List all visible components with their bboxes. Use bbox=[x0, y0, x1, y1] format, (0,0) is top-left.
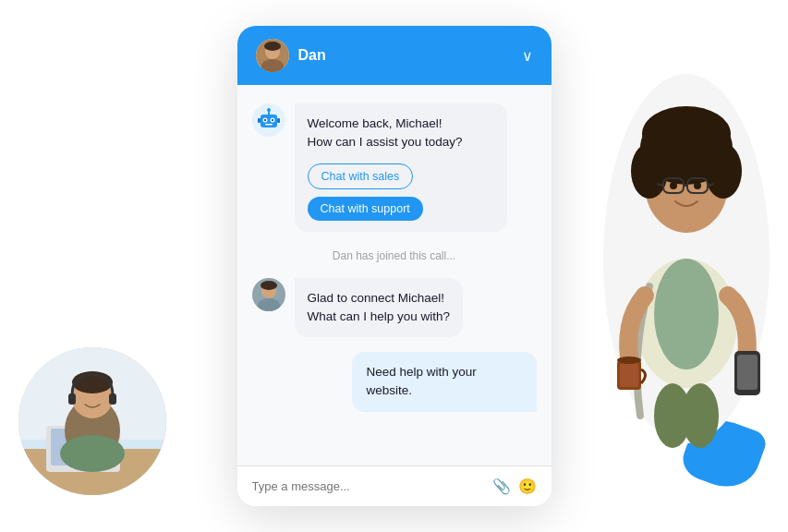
svg-rect-22 bbox=[265, 124, 273, 126]
chevron-down-icon[interactable]: ∨ bbox=[522, 47, 533, 65]
chat-input-area: 📎 🙂 bbox=[237, 466, 552, 506]
svg-point-17 bbox=[267, 108, 271, 112]
chat-window: Dan ∨ bbox=[237, 26, 552, 506]
scene: Dan ∨ bbox=[0, 0, 788, 532]
svg-rect-9 bbox=[109, 393, 116, 405]
system-message: Dan has joined this call... bbox=[252, 247, 537, 263]
svg-point-31 bbox=[654, 259, 719, 369]
svg-rect-48 bbox=[620, 363, 638, 387]
chat-header-left: Dan bbox=[256, 39, 326, 72]
left-person-image bbox=[18, 347, 166, 495]
agent-message-text: Glad to connect Michael! What can I help… bbox=[308, 289, 451, 327]
svg-rect-24 bbox=[277, 118, 280, 123]
chat-with-sales-button[interactable]: Chat with sales bbox=[308, 163, 414, 189]
bot-avatar bbox=[252, 103, 285, 137]
user-message-text: Need help with your website. bbox=[367, 363, 522, 401]
svg-point-44 bbox=[694, 182, 701, 189]
svg-point-28 bbox=[261, 281, 277, 290]
user-bubble: Need help with your website. bbox=[352, 352, 537, 412]
bot-message-row: Welcome back, Michael! How can I assist … bbox=[252, 103, 537, 232]
user-message-row: Need help with your website. bbox=[252, 352, 537, 412]
svg-point-20 bbox=[263, 119, 265, 121]
svg-point-49 bbox=[617, 357, 641, 364]
system-message-text: Dan has joined this call... bbox=[333, 249, 455, 262]
bot-greeting-text: Welcome back, Michael! How can I assist … bbox=[308, 115, 494, 152]
svg-rect-8 bbox=[68, 393, 76, 405]
svg-point-51 bbox=[682, 383, 719, 448]
agent-name: Dan bbox=[298, 47, 326, 64]
svg-point-21 bbox=[271, 119, 273, 121]
chat-with-support-button[interactable]: Chat with support bbox=[308, 197, 423, 221]
svg-rect-46 bbox=[737, 355, 758, 390]
svg-point-10 bbox=[60, 435, 125, 472]
agent-avatar bbox=[252, 278, 285, 311]
svg-rect-23 bbox=[258, 118, 261, 123]
svg-point-43 bbox=[670, 182, 677, 189]
svg-point-14 bbox=[264, 42, 281, 51]
chat-option-buttons: Chat with sales Chat with support bbox=[308, 163, 494, 221]
message-input[interactable] bbox=[252, 479, 483, 493]
agent-message-row: Glad to connect Michael! What can I help… bbox=[252, 278, 537, 338]
chat-body: Welcome back, Michael! How can I assist … bbox=[237, 85, 552, 466]
emoji-icon[interactable]: 🙂 bbox=[518, 478, 537, 495]
svg-rect-15 bbox=[261, 115, 277, 127]
header-avatar bbox=[256, 39, 289, 72]
right-person-image bbox=[576, 28, 779, 471]
input-icons: 📎 🙂 bbox=[492, 478, 537, 495]
svg-point-37 bbox=[642, 106, 731, 162]
agent-bubble: Glad to connect Michael! What can I help… bbox=[295, 278, 464, 338]
attach-icon[interactable]: 📎 bbox=[492, 478, 511, 495]
chat-header: Dan ∨ bbox=[237, 26, 552, 85]
bot-bubble: Welcome back, Michael! How can I assist … bbox=[295, 103, 507, 232]
